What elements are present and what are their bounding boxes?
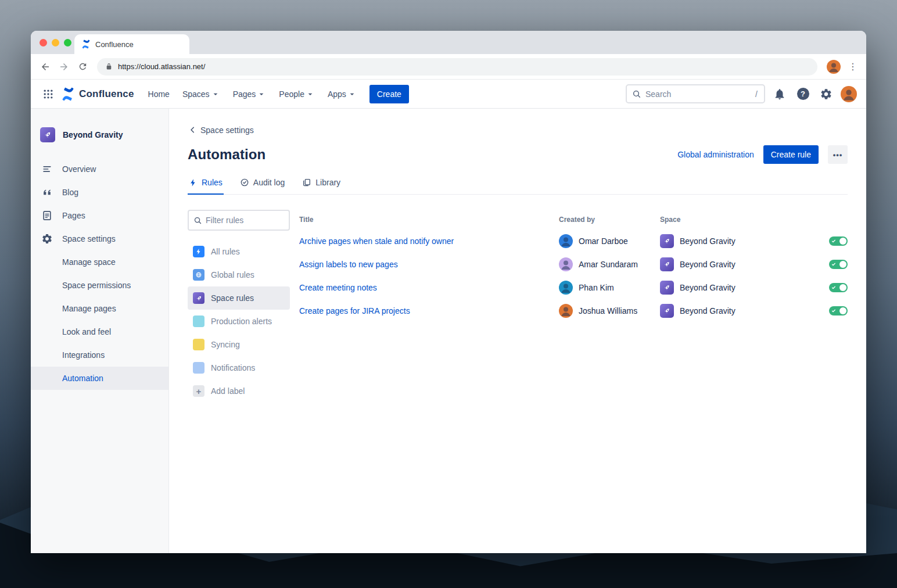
rule-title-link[interactable]: Archive pages when stale and notify owne… (299, 236, 559, 246)
table-row: Create meeting notes Phan Kim (299, 276, 848, 299)
gear-icon (40, 233, 54, 245)
header-actions: Global administration Create rule ••• (677, 145, 848, 164)
breadcrumb[interactable]: Space settings (188, 125, 254, 135)
check-circle-icon (240, 178, 249, 187)
column-space: Space (660, 216, 819, 224)
create-button[interactable]: Create (369, 85, 409, 103)
label-global-rules[interactable]: Global rules (188, 263, 290, 286)
space-name: Beyond Gravity (63, 130, 123, 139)
filter-rules-box[interactable] (188, 210, 290, 231)
rule-title-link[interactable]: Assign labels to new pages (299, 260, 559, 269)
automation-tabs: Rules Audit log Library (188, 177, 848, 195)
browser-tab-title: Confluence (95, 40, 134, 49)
rocket-icon (193, 292, 204, 304)
create-rule-button[interactable]: Create rule (763, 145, 819, 164)
label-syncing[interactable]: Syncing (188, 333, 290, 356)
rule-enabled-toggle[interactable] (829, 306, 848, 315)
chevron-down-icon (257, 89, 266, 99)
app-body: Beyond Gravity Overview Blog (31, 109, 866, 553)
sidebar-item-pages[interactable]: Pages (31, 204, 168, 227)
app-switcher-icon[interactable] (39, 85, 58, 103)
sidebar-item-manage-space[interactable]: Manage space (31, 250, 168, 274)
rules-table: Title Created by Space Archive pages whe… (299, 210, 848, 403)
rule-enabled-toggle[interactable] (829, 260, 848, 269)
label-all-rules[interactable]: All rules (188, 240, 290, 263)
sidebar-item-space-settings[interactable]: Space settings (31, 227, 168, 250)
sidebar-item-manage-pages[interactable]: Manage pages (31, 297, 168, 320)
search-icon (193, 216, 202, 225)
table-header: Title Created by Space (299, 210, 848, 230)
column-created-by: Created by (559, 216, 660, 224)
add-label-button[interactable]: + Add label (188, 379, 290, 403)
more-actions-button[interactable]: ••• (828, 145, 848, 164)
global-administration-link[interactable]: Global administration (677, 150, 754, 159)
primary-nav: Home Spaces Pages People Apps (142, 85, 363, 103)
notifications-bell-icon[interactable] (771, 85, 788, 103)
space-rocket-icon (660, 304, 674, 318)
nav-people[interactable]: People (273, 85, 321, 103)
brand-name: Confluence (79, 88, 134, 100)
browser-tab[interactable]: Confluence (74, 34, 189, 54)
rule-title-link[interactable]: Create meeting notes (299, 283, 559, 292)
reload-button[interactable] (74, 58, 91, 76)
confluence-favicon (81, 40, 91, 49)
created-by-cell: Joshua Williams (559, 304, 660, 318)
global-search[interactable]: / (626, 84, 765, 103)
created-by-cell: Amar Sundaram (559, 257, 660, 271)
forward-button[interactable] (55, 58, 73, 76)
sidebar-item-overview[interactable]: Overview (31, 157, 168, 181)
globe-icon (193, 269, 204, 281)
sidebar-item-automation[interactable]: Automation (31, 367, 168, 390)
label-notifications[interactable]: Notifications (188, 356, 290, 379)
space-cell: Beyond Gravity (660, 257, 819, 271)
back-button[interactable] (37, 58, 54, 76)
avatar (559, 234, 573, 248)
space-rocket-icon (660, 281, 674, 295)
top-nav-right: / ? (626, 84, 857, 103)
app-top-nav: Confluence Home Spaces Pages People (31, 80, 866, 109)
filter-rules-input[interactable] (206, 216, 284, 225)
table-row: Archive pages when stale and notify owne… (299, 230, 848, 253)
sidebar-item-integrations[interactable]: Integrations (31, 343, 168, 367)
nav-home[interactable]: Home (142, 85, 175, 103)
zoom-window-button[interactable] (64, 39, 71, 46)
address-bar[interactable]: https://cloud.atlassian.net/ (97, 58, 817, 76)
browser-tab-strip: Confluence (31, 31, 866, 54)
settings-gear-icon[interactable] (817, 85, 835, 103)
label-space-rules[interactable]: Space rules (188, 286, 290, 310)
minimize-window-button[interactable] (52, 39, 59, 46)
browser-profile-avatar[interactable] (827, 60, 841, 74)
lock-icon (105, 63, 113, 70)
search-shortcut-hint: / (755, 89, 759, 99)
search-input[interactable] (645, 89, 751, 99)
tab-audit-log[interactable]: Audit log (239, 177, 286, 195)
rule-enabled-toggle[interactable] (829, 283, 848, 292)
created-by-cell: Omar Darboe (559, 234, 660, 248)
nav-pages[interactable]: Pages (227, 85, 272, 103)
sidebar-item-space-permissions[interactable]: Space permissions (31, 274, 168, 297)
lightning-icon (189, 178, 198, 187)
tab-rules[interactable]: Rules (188, 177, 224, 195)
user-avatar[interactable] (841, 86, 857, 102)
space-cell: Beyond Gravity (660, 234, 819, 248)
browser-menu-icon[interactable]: ⋮ (845, 59, 860, 74)
sidebar-item-blog[interactable]: Blog (31, 181, 168, 204)
help-icon[interactable]: ? (794, 85, 812, 103)
rule-title-link[interactable]: Create pages for JIRA projects (299, 306, 559, 315)
rule-enabled-toggle[interactable] (829, 236, 848, 246)
table-row: Create pages for JIRA projects Joshua Wi… (299, 299, 848, 322)
space-header[interactable]: Beyond Gravity (31, 127, 168, 142)
nav-apps[interactable]: Apps (322, 85, 363, 103)
tab-library[interactable]: Library (301, 177, 342, 195)
search-icon (632, 89, 641, 99)
column-title: Title (299, 216, 559, 224)
confluence-logo[interactable]: Confluence (61, 87, 134, 101)
space-rocket-icon (660, 257, 674, 271)
label-production-alerts[interactable]: Production alerts (188, 310, 290, 333)
sidebar-item-look-and-feel[interactable]: Look and feel (31, 320, 168, 343)
library-icon (302, 178, 311, 187)
close-window-button[interactable] (40, 39, 47, 46)
color-swatch-icon (193, 362, 204, 374)
nav-spaces[interactable]: Spaces (177, 85, 226, 103)
chevron-down-icon (347, 89, 357, 99)
